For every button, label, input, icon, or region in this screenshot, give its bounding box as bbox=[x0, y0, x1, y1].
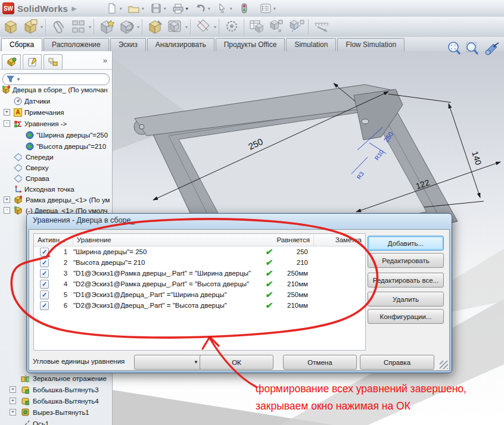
cancel-button[interactable]: Отмена bbox=[283, 355, 357, 370]
dropdown-caret-icon[interactable]: ▾ bbox=[142, 6, 144, 11]
tree-item-right-plane[interactable]: Справа bbox=[0, 173, 112, 184]
new-document-icon[interactable] bbox=[105, 2, 119, 15]
table-header[interactable]: Активн... Уравнение Равняется Заметка bbox=[34, 234, 365, 246]
undo-icon[interactable] bbox=[194, 2, 207, 15]
tree-item-equation-height[interactable]: "Высота дверцы"=210 bbox=[0, 140, 112, 152]
equation-row[interactable]: ✓ 4 "D2@Эскиз1@Рамка дверцы_.Part" = "Вы… bbox=[34, 279, 365, 289]
expander-icon[interactable]: + bbox=[10, 386, 16, 393]
dropdown-caret-icon[interactable]: ▾ bbox=[273, 6, 276, 11]
tree-item-boss-extrude4[interactable]: + Бобышка-Вытянуть4 bbox=[0, 395, 112, 407]
zoom-to-area-icon[interactable] bbox=[463, 40, 480, 57]
resize-grip[interactable] bbox=[440, 361, 448, 369]
tab-flow-simulation[interactable]: Flow Simulation bbox=[337, 38, 405, 51]
tree-item-boss-extrude3[interactable]: + Бобышка-Вытянуть3 bbox=[0, 384, 112, 395]
ok-button[interactable]: ОК bbox=[200, 355, 273, 370]
dropdown-caret-icon[interactable]: ▾ bbox=[120, 6, 122, 11]
insert-component-icon[interactable] bbox=[2, 18, 20, 35]
delete-button[interactable]: Удалить bbox=[368, 292, 444, 307]
dropdown-caret-icon[interactable]: ▾ bbox=[137, 24, 139, 30]
equation-row[interactable]: ✓ 3 "D1@Эскиз1@Рамка дверцы_.Part" = "Ши… bbox=[34, 268, 365, 279]
expander-icon[interactable]: - bbox=[4, 207, 10, 214]
exploded-view-icon[interactable] bbox=[268, 18, 286, 35]
tree-item-sensors[interactable]: Датчики bbox=[0, 95, 112, 107]
active-checkbox[interactable]: ✓ bbox=[40, 301, 49, 310]
configurations-button[interactable]: Конфигурации... bbox=[368, 309, 444, 324]
show-hidden-components-icon[interactable] bbox=[166, 18, 184, 35]
active-checkbox[interactable]: ✓ bbox=[40, 290, 49, 299]
linear-pattern-icon[interactable] bbox=[70, 18, 88, 35]
add-button[interactable]: Добавить... bbox=[368, 236, 444, 251]
help-button[interactable]: Справка bbox=[360, 355, 434, 370]
tree-item-frame-part[interactable]: + Рамка дверцы_<1> (По ум bbox=[0, 194, 112, 205]
zoom-to-fit-icon[interactable] bbox=[446, 40, 462, 57]
edit-all-button[interactable]: Редактировать все... bbox=[368, 273, 444, 288]
panel-expand-chevron[interactable]: » bbox=[103, 56, 107, 65]
tab-office-products[interactable]: Продукты Office bbox=[216, 38, 285, 51]
rotate-component-icon[interactable] bbox=[118, 18, 136, 35]
tree-item-equations[interactable]: - Σ Уравнения -> bbox=[0, 118, 112, 129]
equation-row[interactable]: ✓ 2 "Высота дверцы"= 210 ✔ 210 bbox=[34, 257, 365, 268]
options-icon[interactable] bbox=[259, 2, 272, 15]
view-orientation-icon[interactable] bbox=[483, 39, 499, 56]
filter-bar[interactable]: ▼ bbox=[2, 73, 110, 85]
paperclip-icon[interactable] bbox=[50, 18, 68, 35]
equations-table[interactable]: Активн... Уравнение Равняется Заметка ✓ … bbox=[33, 233, 366, 351]
dropdown-caret-icon[interactable]: ▾ bbox=[164, 6, 166, 11]
rebuild-icon[interactable] bbox=[238, 2, 251, 15]
measure-icon[interactable] bbox=[313, 18, 331, 35]
active-checkbox[interactable]: ✓ bbox=[40, 248, 49, 257]
tab-evaluate[interactable]: Анализировать bbox=[147, 38, 214, 51]
expander-icon[interactable]: + bbox=[10, 409, 16, 415]
tab-assembly[interactable]: Сборка bbox=[1, 38, 42, 51]
explode-line-sketch-icon[interactable] bbox=[288, 18, 306, 35]
active-checkbox[interactable]: ✓ bbox=[40, 258, 49, 267]
tab-simulation[interactable]: Simulation bbox=[286, 38, 336, 51]
column-header-equation[interactable]: Уравнение bbox=[73, 236, 260, 243]
equation-row[interactable]: ✓ 1 "Ширина дверцы"= 250 ✔ 250 bbox=[34, 246, 365, 257]
tree-item-annotations[interactable]: + A Примечания bbox=[0, 107, 112, 118]
dropdown-caret-icon[interactable]: ▾ bbox=[185, 24, 188, 30]
dropdown-caret-icon[interactable]: ▾ bbox=[89, 24, 91, 30]
equation-row[interactable]: ✓ 6 "D2@Эскиз1@Дверца_.Part" = "Высота д… bbox=[34, 300, 365, 311]
column-header-note[interactable]: Заметка bbox=[314, 236, 365, 243]
feature-manager-tab-icon[interactable] bbox=[2, 54, 21, 69]
tree-item-front-plane[interactable]: Спереди bbox=[0, 151, 112, 162]
menu-expand-icon[interactable]: ▶ bbox=[71, 5, 76, 12]
tree-item-mirror[interactable]: Зеркальное отражение bbox=[0, 373, 112, 384]
open-document-icon[interactable] bbox=[127, 2, 141, 15]
tree-item-top-plane[interactable]: Сверху bbox=[0, 162, 112, 173]
tree-item-assembly-root[interactable]: Дверца в сборе_ (По умолчан bbox=[0, 84, 112, 95]
tab-sketch[interactable]: Эскиз bbox=[110, 38, 146, 51]
reference-geometry-icon[interactable] bbox=[223, 18, 241, 35]
dialog-title[interactable]: Уравнения - Дверца в сборе_ bbox=[27, 214, 452, 230]
expander-icon[interactable]: + bbox=[4, 109, 10, 115]
dropdown-caret-icon[interactable]: ▾ bbox=[208, 6, 210, 11]
column-header-evaluates[interactable]: Равняется bbox=[260, 234, 314, 246]
dropdown-caret-icon[interactable]: ▾ bbox=[41, 24, 43, 30]
property-manager-tab-icon[interactable] bbox=[23, 54, 42, 69]
insert-part-icon[interactable] bbox=[21, 18, 39, 35]
equation-row[interactable]: ✓ 5 "D1@Эскиз1@Дверца_.Part" ="Ширина дв… bbox=[34, 289, 365, 300]
tree-item-axis1[interactable]: Ось1 bbox=[0, 418, 112, 425]
tree-item-equation-width[interactable]: "Ширина дверцы"=250 bbox=[0, 129, 112, 140]
active-checkbox[interactable]: ✓ bbox=[40, 269, 49, 278]
print-icon[interactable] bbox=[172, 2, 185, 15]
dropdown-caret-icon[interactable]: ▾ bbox=[214, 24, 216, 30]
filter-caret-icon[interactable]: ▼ bbox=[16, 77, 21, 82]
configuration-manager-tab-icon[interactable] bbox=[43, 54, 63, 69]
edit-button[interactable]: Редактировать bbox=[368, 253, 444, 268]
column-header-active[interactable]: Активн... bbox=[34, 234, 73, 246]
tree-item-origin[interactable]: Исходная точка bbox=[0, 183, 112, 195]
move-component-icon[interactable] bbox=[147, 18, 164, 35]
tab-layout[interactable]: Расположение bbox=[43, 38, 109, 51]
expander-icon[interactable]: + bbox=[4, 196, 10, 203]
expander-icon[interactable]: - bbox=[4, 120, 10, 127]
bill-of-materials-icon[interactable] bbox=[248, 18, 266, 35]
tree-item-cut-extrude1[interactable]: + Вырез-Вытянуть1 bbox=[0, 407, 112, 418]
assembly-features-icon[interactable] bbox=[195, 18, 213, 35]
dropdown-caret-icon[interactable]: ▾ bbox=[186, 6, 188, 11]
dropdown-caret-icon[interactable]: ▾ bbox=[230, 6, 232, 11]
select-cursor-icon[interactable] bbox=[216, 2, 229, 15]
expander-icon[interactable]: + bbox=[10, 398, 16, 404]
smart-fasteners-icon[interactable] bbox=[98, 18, 116, 35]
